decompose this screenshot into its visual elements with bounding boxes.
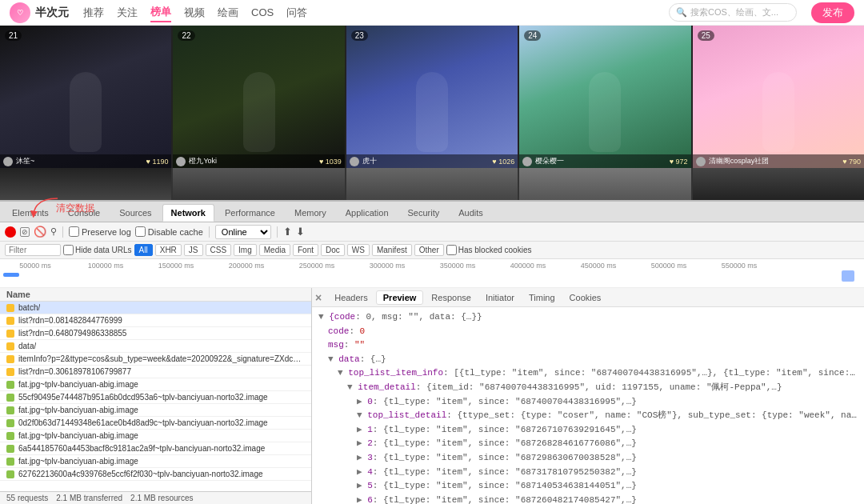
gallery-item-24[interactable]: 24樱朵樱一♥ 972 — [519, 26, 690, 168]
filter-row: Hide data URLsAllXHRJSCSSImgMediaFontDoc… — [0, 242, 864, 259]
request-item[interactable]: list?rdn=0.081482844776999 — [0, 314, 311, 327]
json-line: ▶ 2: {tl_type: "item", since: "687268284… — [318, 437, 858, 451]
gallery-item-partial-4[interactable] — [519, 168, 690, 200]
request-item[interactable]: list?rdn=0.6480794986338855 — [0, 327, 311, 340]
preview-tab-cookies[interactable]: Cookies — [563, 291, 608, 304]
logo-icon: ♡ — [10, 2, 30, 23]
publish-button[interactable]: 发布 — [811, 2, 854, 23]
filter-toggle[interactable]: ⚲ — [50, 226, 57, 237]
filter-btn-css[interactable]: CSS — [206, 244, 232, 256]
search-placeholder: 搜索COS、绘画、文... — [690, 6, 778, 18]
devtools-tab-application[interactable]: Application — [337, 204, 398, 222]
filter-type-has-blocked-cookies[interactable]: Has blocked cookies — [446, 245, 532, 255]
request-name: fat.jpg~tplv-banciyuan-abig.image — [18, 431, 138, 440]
nav-item-绘画[interactable]: 绘画 — [218, 4, 238, 22]
disable-cache-label[interactable]: Disable cache — [135, 226, 203, 237]
gallery-badge-24: 24 — [524, 30, 541, 41]
logo[interactable]: ♡ 半次元 — [10, 2, 69, 23]
timeline-labels: 50000 ms100000 ms150000 ms200000 ms25000… — [0, 259, 864, 270]
gallery-item-partial-1[interactable] — [0, 168, 171, 200]
filter-btn-img[interactable]: Img — [234, 244, 257, 256]
js-icon — [6, 330, 14, 338]
json-line: ▼ top_list_item_info: [{tl_type: "item",… — [318, 366, 858, 381]
stop-button[interactable]: ⊘ — [20, 227, 30, 237]
devtools-panel: ElementsConsoleSourcesNetworkPerformance… — [0, 200, 864, 504]
nav-item-问答[interactable]: 问答 — [286, 4, 307, 22]
nav-item-推荐[interactable]: 推荐 — [83, 4, 104, 22]
preview-tab-preview[interactable]: Preview — [376, 290, 424, 305]
devtools-tab-memory[interactable]: Memory — [286, 204, 335, 222]
filter-btn-media[interactable]: Media — [259, 244, 290, 256]
import-button[interactable]: ⬆ — [283, 226, 292, 238]
search-bar[interactable]: 🔍 搜索COS、绘画、文... — [669, 3, 797, 22]
request-item[interactable]: 62762213600a4c939768e5ccf6f2f030~tplv-ba… — [0, 468, 311, 481]
img-icon — [6, 445, 14, 453]
gallery-item-21[interactable]: 21沐笙~♥ 1190 — [0, 26, 171, 168]
gallery-item-25[interactable]: 25清幽阁cosplay社团♥ 790 — [693, 26, 864, 168]
filter-btn-js[interactable]: JS — [184, 244, 203, 256]
filter-btn-doc[interactable]: Doc — [321, 244, 345, 256]
filter-btn-other[interactable]: Other — [414, 244, 444, 256]
record-button[interactable] — [5, 226, 16, 238]
request-name: fat.jpg~tplv-banciyuan-abig.image — [18, 457, 138, 466]
request-item[interactable]: 6a544185760a4453bacf8c9181ac2a9f~tplv-ba… — [0, 442, 311, 455]
devtools-tab-elements[interactable]: Elements — [3, 204, 58, 222]
gallery-user-24: 樱朵樱一 — [522, 156, 564, 166]
filter-btn-manifest[interactable]: Manifest — [372, 244, 412, 256]
status-bar: 55 requests 2.1 MB transferred 2.1 MB re… — [0, 491, 311, 504]
request-item[interactable]: fat.jpg~tplv-banciyuan-abig.image — [0, 404, 311, 417]
request-item[interactable]: batch/ — [0, 302, 311, 314]
devtools-toolbar: ⊘ 🚫 ⚲ Preserve log Disable cache Online … — [0, 222, 864, 242]
request-item[interactable]: fat.jpg~tplv-banciyuan-abig.image — [0, 378, 311, 391]
filter-type-hide-data-urls[interactable]: Hide data URLs — [63, 245, 132, 255]
preview-tab-timing[interactable]: Timing — [522, 291, 562, 304]
json-line: ▶ 0: {tl_type: "item", since: "687400704… — [318, 395, 858, 410]
request-item[interactable]: 55cf90495e744487b951a6b0dcd953a6~tplv-ba… — [0, 391, 311, 404]
request-name: 62762213600a4c939768e5ccf6f2f030~tplv-ba… — [18, 470, 263, 478]
search-icon: 🔍 — [676, 7, 687, 18]
online-select[interactable]: Online Offline Slow 3G Fast 3G — [215, 225, 271, 239]
img-icon — [6, 470, 14, 478]
devtools-tab-network[interactable]: Network — [162, 204, 214, 222]
gallery-item-22[interactable]: 22橙九Yoki♥ 1039 — [173, 26, 344, 168]
json-line: ▼ top_list_detail: {ttype_set: {type: "c… — [318, 409, 858, 423]
devtools-tab-performance[interactable]: Performance — [216, 204, 284, 222]
nav-item-COS[interactable]: COS — [251, 5, 274, 20]
gallery-user-21: 沐笙~ — [3, 156, 34, 166]
gallery-item-partial-2[interactable] — [173, 168, 344, 200]
request-item[interactable]: list?rdn=0.30618978106799877 — [0, 366, 311, 378]
filter-btn-all[interactable]: All — [134, 244, 153, 256]
request-item[interactable]: fat.jpg~tplv-banciyuan-abig.image — [0, 455, 311, 468]
gallery-item-23[interactable]: 23虎十♥ 1026 — [346, 26, 518, 168]
request-item[interactable]: fat.jpg~tplv-banciyuan-abig.image — [0, 430, 311, 442]
gallery-item-partial-5[interactable] — [693, 168, 864, 200]
request-item[interactable]: 0d2f0b63d71449348e61ace0b4d8ad9c~tplv-ba… — [0, 417, 311, 430]
preview-tab-initiator[interactable]: Initiator — [479, 291, 521, 304]
preview-pane-close[interactable]: × — [315, 291, 322, 304]
filter-btn-xhr[interactable]: XHR — [155, 244, 182, 256]
json-line: code: 0 — [318, 325, 858, 339]
nav-item-榜单[interactable]: 榜单 — [150, 3, 171, 22]
devtools-tab-sources[interactable]: Sources — [110, 204, 160, 222]
request-item[interactable]: data/ — [0, 340, 311, 353]
nav-item-视频[interactable]: 视频 — [184, 4, 205, 22]
preserve-log-label[interactable]: Preserve log — [69, 226, 131, 237]
timeline-label: 150000 ms — [141, 262, 211, 270]
clear-button[interactable]: 🚫 — [34, 226, 46, 238]
gallery-badge-25: 25 — [698, 30, 714, 41]
preview-tab-headers[interactable]: Headers — [328, 291, 374, 304]
preview-tab-response[interactable]: Response — [425, 291, 478, 304]
devtools-tab-console[interactable]: Console — [59, 204, 109, 222]
filter-btn-font[interactable]: Font — [293, 244, 318, 256]
nav-item-关注[interactable]: 关注 — [117, 4, 138, 22]
filter-btn-ws[interactable]: WS — [347, 244, 370, 256]
gallery-item-partial-3[interactable] — [346, 168, 518, 200]
disable-cache-checkbox[interactable] — [135, 226, 146, 237]
export-button[interactable]: ⬇ — [296, 226, 305, 238]
request-name: batch/ — [18, 303, 40, 312]
request-item[interactable]: itemInfo?p=2&ttype=cos&sub_type=week&dat… — [0, 353, 311, 366]
devtools-tab-security[interactable]: Security — [399, 204, 449, 222]
filter-input[interactable] — [5, 244, 61, 256]
devtools-tab-audits[interactable]: Audits — [450, 204, 492, 222]
preserve-log-checkbox[interactable] — [69, 226, 79, 237]
